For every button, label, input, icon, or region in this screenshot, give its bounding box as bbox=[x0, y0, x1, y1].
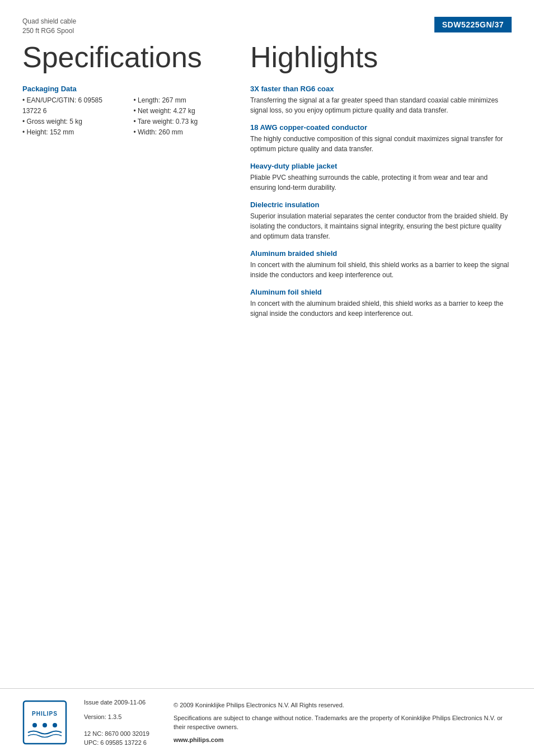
nc-label: 12 NC: bbox=[84, 730, 103, 737]
highlight-heading: 18 AWG copper-coated conductor bbox=[250, 123, 512, 132]
top-bar: Quad shield cable 250 ft RG6 Spool SDW52… bbox=[22, 17, 512, 36]
highlight-heading: 3X faster than RG6 coax bbox=[250, 85, 512, 93]
specs-column: Specifications Packaging Data EAN/UPC/GT… bbox=[22, 41, 228, 326]
svg-point-2 bbox=[32, 723, 37, 727]
highlight-item: 18 AWG copper-coated conductorThe highly… bbox=[250, 123, 512, 154]
highlight-item: Heavy-duty pliable jacketPliable PVC she… bbox=[250, 162, 512, 193]
nc-value: 8670 000 32019 bbox=[105, 730, 149, 737]
highlight-body: The highly conductive composition of thi… bbox=[250, 134, 512, 154]
issue-date: 2009-11-06 bbox=[114, 699, 146, 706]
svg-point-3 bbox=[43, 723, 47, 727]
subtitle-line1: Quad shield cable bbox=[22, 17, 76, 26]
highlight-body: Pliable PVC sheathing surrounds the cabl… bbox=[250, 172, 512, 193]
packaging-col1: EAN/UPC/GTIN: 6 09585 13722 6Gross weigh… bbox=[22, 95, 116, 138]
list-item: Gross weight: 5 kg bbox=[22, 116, 116, 127]
subtitle-line2: 250 ft RG6 Spool bbox=[22, 26, 76, 36]
packaging-grid: EAN/UPC/GTIN: 6 09585 13722 6Gross weigh… bbox=[22, 95, 228, 138]
copyright-text: © 2009 Koninklijke Philips Electronics N… bbox=[174, 701, 512, 710]
product-id-box: SDW5225GN/37 bbox=[434, 17, 512, 32]
highlight-heading: Aluminum foil shield bbox=[250, 288, 512, 296]
list-item: EAN/UPC/GTIN: 6 09585 13722 6 bbox=[22, 95, 116, 116]
upc-value: 6 09585 13722 6 bbox=[100, 739, 147, 746]
highlights-container: 3X faster than RG6 coaxTransferring the … bbox=[250, 85, 512, 319]
version-label: Version: bbox=[84, 713, 106, 720]
packaging-heading: Packaging Data bbox=[22, 85, 228, 93]
highlight-item: Aluminum foil shieldIn concert with the … bbox=[250, 288, 512, 319]
svg-text:PHILIPS: PHILIPS bbox=[32, 711, 58, 717]
website-link[interactable]: www.philips.com bbox=[174, 736, 223, 743]
issue-date-row: Issue date 2009-11-06 bbox=[84, 699, 157, 706]
highlight-item: Aluminum braided shieldIn concert with t… bbox=[250, 249, 512, 280]
list-item: Width: 260 mm bbox=[133, 127, 227, 138]
footer-meta: Issue date 2009-11-06 Version: 1.3.5 12 … bbox=[84, 699, 157, 746]
packaging-list2: Length: 267 mmNet weight: 4.27 kgTare we… bbox=[133, 95, 227, 138]
footer-legal: © 2009 Koninklijke Philips Electronics N… bbox=[174, 701, 512, 744]
highlight-body: In concert with the aluminum foil shield… bbox=[250, 260, 512, 280]
page: Quad shield cable 250 ft RG6 Spool SDW52… bbox=[0, 0, 534, 756]
highlight-body: In concert with the aluminum braided shi… bbox=[250, 298, 512, 319]
upc-label: UPC: bbox=[84, 739, 99, 746]
list-item: Net weight: 4.27 kg bbox=[133, 106, 227, 116]
packaging-list1: EAN/UPC/GTIN: 6 09585 13722 6Gross weigh… bbox=[22, 95, 116, 138]
packaging-col2: Length: 267 mmNet weight: 4.27 kgTare we… bbox=[133, 95, 227, 138]
highlight-body: Transferring the signal at a far greater… bbox=[250, 95, 512, 115]
disclaimer-text: Specifications are subject to change wit… bbox=[174, 713, 512, 732]
version-value: 1.3.5 bbox=[108, 713, 121, 720]
highlight-heading: Aluminum braided shield bbox=[250, 249, 512, 258]
issue-label: Issue date bbox=[84, 699, 113, 706]
upc-row: UPC: 6 09585 13722 6 bbox=[84, 739, 157, 746]
product-id: SDW5225GN/37 bbox=[442, 20, 504, 29]
highlight-heading: Heavy-duty pliable jacket bbox=[250, 162, 512, 170]
specs-title: Specifications bbox=[22, 41, 228, 73]
packaging-section: Packaging Data EAN/UPC/GTIN: 6 09585 137… bbox=[22, 85, 228, 138]
highlights-title: Highlights bbox=[250, 41, 512, 73]
footer: PHILIPS Issue date 2009-11-06 Version: bbox=[0, 688, 534, 756]
nc-row: 12 NC: 8670 000 32019 bbox=[84, 730, 157, 737]
website-row: www.philips.com bbox=[174, 735, 512, 745]
list-item: Length: 267 mm bbox=[133, 95, 227, 106]
highlight-item: Dielectric insulationSuperior insulation… bbox=[250, 200, 512, 241]
list-item: Tare weight: 0.73 kg bbox=[133, 116, 227, 127]
philips-logo: PHILIPS bbox=[22, 700, 67, 745]
product-subtitle: Quad shield cable 250 ft RG6 Spool bbox=[22, 17, 76, 36]
version-row: Version: 1.3.5 bbox=[84, 713, 157, 720]
svg-point-4 bbox=[53, 723, 57, 727]
highlight-body: Superior insulation material separates t… bbox=[250, 211, 512, 241]
highlights-column: Highlights 3X faster than RG6 coaxTransf… bbox=[250, 41, 512, 326]
highlight-heading: Dielectric insulation bbox=[250, 200, 512, 209]
highlight-item: 3X faster than RG6 coaxTransferring the … bbox=[250, 85, 512, 115]
main-content: Specifications Packaging Data EAN/UPC/GT… bbox=[22, 41, 512, 326]
list-item: Height: 152 mm bbox=[22, 127, 116, 138]
